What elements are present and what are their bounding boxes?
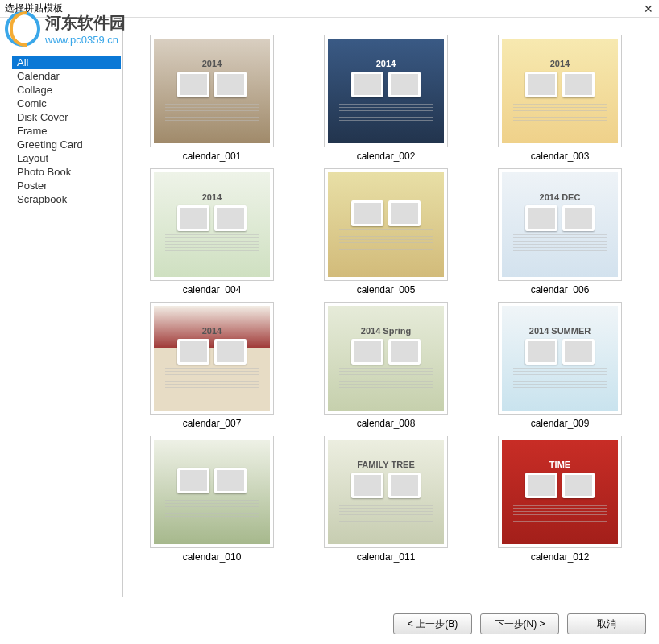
sidebar-item-all[interactable]: All xyxy=(12,56,121,69)
calendar-grid-icon xyxy=(165,234,258,257)
template-card[interactable]: FAMILY TREEcalendar_011 xyxy=(310,436,462,563)
sidebar-item-collage[interactable]: Collage xyxy=(12,83,121,97)
template-preview: 2014 xyxy=(154,306,270,411)
photo-placeholder xyxy=(177,339,209,365)
template-card[interactable]: 2014calendar_004 xyxy=(136,168,288,295)
window-titlebar: 选择拼贴模板 ✕ xyxy=(0,0,659,18)
template-card[interactable]: 2014calendar_002 xyxy=(310,35,462,162)
sidebar-item-poster[interactable]: Poster xyxy=(12,179,121,192)
photo-placeholder xyxy=(177,468,209,493)
window-title: 选择拼贴模板 xyxy=(5,2,63,15)
template-preview: FAMILY TREE xyxy=(328,440,444,544)
template-preview: 2014 xyxy=(154,172,270,277)
template-preview: 2014 Spring xyxy=(328,306,444,411)
template-tag: 2014 xyxy=(202,59,222,68)
template-thumbnail[interactable]: 2014 SUMMER xyxy=(498,302,622,415)
dialog-body: AllCalendarCollageComicDisk CoverFrameGr… xyxy=(10,23,649,597)
sidebar-item-scrapbook[interactable]: Scrapbook xyxy=(12,192,121,206)
sidebar-item-frame[interactable]: Frame xyxy=(12,124,121,138)
calendar-grid-icon xyxy=(513,234,606,257)
photo-placeholder xyxy=(388,72,421,97)
template-card[interactable]: TIMEcalendar_012 xyxy=(484,436,636,563)
close-icon[interactable]: ✕ xyxy=(643,3,654,14)
template-name: calendar_008 xyxy=(357,418,416,429)
template-tag: 2014 Spring xyxy=(361,326,411,336)
template-name: calendar_007 xyxy=(183,418,242,429)
template-tag: 2014 DEC xyxy=(540,192,581,202)
template-thumbnail[interactable]: TIME xyxy=(498,436,622,548)
template-gallery-wrap: 2014calendar_0012014calendar_0022014cale… xyxy=(123,23,649,597)
calendar-grid-icon xyxy=(339,502,432,524)
template-thumbnail[interactable]: 2014 DEC xyxy=(498,168,622,281)
template-name: calendar_012 xyxy=(531,551,590,563)
back-button[interactable]: < 上一步(B) xyxy=(393,613,472,634)
template-card[interactable]: 2014 SUMMERcalendar_009 xyxy=(484,302,636,429)
sidebar-item-calendar[interactable]: Calendar xyxy=(12,69,121,83)
next-button[interactable]: 下一步(N) > xyxy=(480,613,559,634)
template-name: calendar_009 xyxy=(531,418,590,429)
template-tag: FAMILY TREE xyxy=(357,460,415,469)
photo-placeholder xyxy=(525,205,557,231)
photo-placeholder xyxy=(351,200,383,226)
photo-placeholder xyxy=(562,473,595,498)
photo-placeholder xyxy=(214,339,247,365)
sidebar-item-comic[interactable]: Comic xyxy=(12,97,121,110)
template-name: calendar_010 xyxy=(183,551,242,563)
template-preview: TIME xyxy=(502,440,618,544)
photo-placeholder xyxy=(525,473,557,498)
template-card[interactable]: 2014calendar_007 xyxy=(136,302,288,429)
template-name: calendar_005 xyxy=(357,284,416,295)
template-preview: 2014 xyxy=(502,39,618,143)
template-thumbnail[interactable]: 2014 xyxy=(150,35,274,147)
calendar-grid-icon xyxy=(513,368,606,390)
template-thumbnail[interactable]: FAMILY TREE xyxy=(324,436,448,548)
calendar-grid-icon xyxy=(513,502,606,524)
sidebar-item-photo-book[interactable]: Photo Book xyxy=(12,165,121,179)
template-thumbnail[interactable]: 2014 Spring xyxy=(324,302,448,415)
template-name: calendar_004 xyxy=(183,284,242,295)
sidebar-item-layout[interactable]: Layout xyxy=(12,151,121,165)
template-tag: 2014 xyxy=(376,59,396,68)
photo-placeholder xyxy=(214,468,247,493)
calendar-grid-icon xyxy=(339,101,432,123)
template-card[interactable]: calendar_005 xyxy=(310,168,462,295)
calendar-grid-icon xyxy=(339,229,432,252)
template-preview xyxy=(328,172,444,277)
photo-placeholder xyxy=(388,473,421,498)
template-thumbnail[interactable]: 2014 xyxy=(324,35,448,147)
template-thumbnail[interactable] xyxy=(324,168,448,281)
template-card[interactable]: 2014calendar_001 xyxy=(136,35,288,162)
sidebar-item-greeting-card[interactable]: Greeting Card xyxy=(12,138,121,151)
sidebar-item-disk-cover[interactable]: Disk Cover xyxy=(12,110,121,124)
photo-placeholder xyxy=(177,72,209,97)
photo-placeholder xyxy=(351,72,383,97)
template-thumbnail[interactable]: 2014 xyxy=(498,35,622,147)
template-tag: 2014 xyxy=(202,192,222,202)
template-thumbnail[interactable]: 2014 xyxy=(150,302,274,415)
template-card[interactable]: 2014calendar_003 xyxy=(484,35,636,162)
template-thumbnail[interactable]: 2014 xyxy=(150,168,274,281)
template-name: calendar_006 xyxy=(531,284,590,295)
template-name: calendar_011 xyxy=(357,551,416,563)
template-gallery[interactable]: 2014calendar_0012014calendar_0022014cale… xyxy=(123,23,649,597)
template-tag: 2014 xyxy=(550,59,570,68)
calendar-grid-icon xyxy=(339,368,432,390)
template-preview: 2014 SUMMER xyxy=(502,306,618,411)
template-tag: TIME xyxy=(549,460,570,469)
template-thumbnail[interactable] xyxy=(150,436,274,548)
template-card[interactable]: 2014 Springcalendar_008 xyxy=(310,302,462,429)
template-tag: 2014 xyxy=(202,326,222,336)
template-card[interactable]: calendar_010 xyxy=(136,436,288,563)
calendar-grid-icon xyxy=(165,101,258,123)
cancel-button[interactable]: 取消 xyxy=(567,613,646,634)
photo-placeholder xyxy=(525,72,557,97)
photo-placeholder xyxy=(562,205,595,231)
template-tag: 2014 SUMMER xyxy=(529,326,591,336)
photo-placeholder xyxy=(214,205,247,231)
template-preview: 2014 xyxy=(328,39,444,143)
photo-placeholder xyxy=(388,200,421,226)
template-card[interactable]: 2014 DECcalendar_006 xyxy=(484,168,636,295)
photo-placeholder xyxy=(562,339,595,365)
template-name: calendar_001 xyxy=(183,151,242,162)
photo-placeholder xyxy=(562,72,595,97)
